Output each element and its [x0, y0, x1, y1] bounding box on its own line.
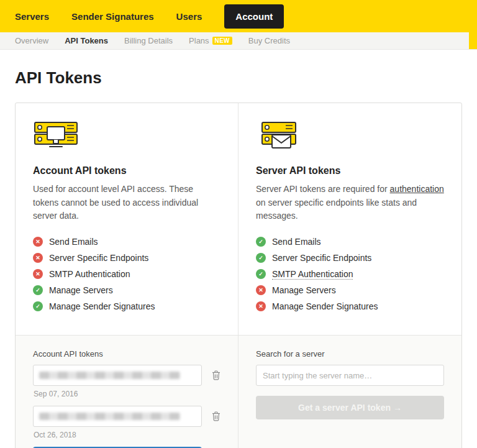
token-date: Oct 26, 2018: [34, 431, 220, 439]
feature-item: ✓ Send Emails: [256, 237, 444, 247]
account-panel-description: Used for account level API access. These…: [33, 183, 220, 223]
server-search-input[interactable]: [256, 365, 444, 386]
allow-icon: ✓: [33, 285, 43, 295]
feature-label: Server Specific Endpoints: [272, 253, 371, 263]
smtp-authentication-term[interactable]: SMTP Authentication: [272, 269, 353, 280]
feature-item: ✕ Manage Sender Signatures: [256, 301, 444, 311]
api-token-value[interactable]: [33, 365, 202, 386]
feature-item: ✕ Send Emails: [33, 237, 220, 247]
account-feature-list: ✕ Send Emails ✕ Server Specific Endpoint…: [33, 237, 220, 311]
feature-label: Manage Servers: [49, 285, 113, 295]
allow-icon: ✓: [256, 253, 266, 263]
get-server-token-button[interactable]: Get a server API token →: [256, 396, 444, 419]
feature-item: ✓ Manage Servers: [33, 285, 220, 295]
feature-label: Send Emails: [49, 237, 98, 247]
top-nav: Servers Sender Signatures Users Account: [0, 0, 477, 32]
delete-token-button[interactable]: [202, 370, 220, 380]
feature-item: ✓ Server Specific Endpoints: [256, 253, 444, 263]
allow-icon: ✓: [256, 237, 266, 247]
feature-label: Manage Sender Signatures: [272, 301, 378, 311]
account-tokens-label: Account API tokens: [33, 349, 220, 359]
deny-icon: ✕: [33, 253, 43, 263]
server-token-form: Search for a server Get a server API tok…: [238, 335, 461, 448]
feature-item: ✕ Server Specific Endpoints: [33, 253, 220, 263]
deny-icon: ✕: [256, 301, 266, 311]
api-tokens-card: Account API tokens Used for account leve…: [15, 103, 462, 448]
account-panel-heading: Account API tokens: [33, 165, 220, 176]
feature-item: ✓ Manage Sender Signatures: [33, 301, 220, 311]
new-badge: NEW: [212, 37, 232, 45]
server-panel-description: Server API tokens are required for authe…: [256, 183, 444, 223]
nav-item-sender-signatures[interactable]: Sender Signatures: [71, 11, 154, 22]
server-feature-list: ✓ Send Emails ✓ Server Specific Endpoint…: [256, 237, 444, 311]
feature-label: Send Emails: [272, 237, 321, 247]
allow-icon: ✓: [33, 301, 43, 311]
subnav-plans-label: Plans: [189, 36, 209, 45]
account-tokens-panel: Account API tokens Used for account leve…: [16, 103, 238, 335]
subnav-item-billing-details[interactable]: Billing Details: [124, 36, 173, 45]
search-server-label: Search for a server: [256, 349, 444, 359]
subnav-item-api-tokens[interactable]: API Tokens: [65, 36, 108, 45]
desc-text: on server specific endpoints like stats …: [256, 198, 417, 221]
feature-label: Manage Sender Signatures: [49, 301, 155, 311]
subnav-item-overview[interactable]: Overview: [15, 36, 48, 45]
subnav-edge-accent: [469, 32, 477, 49]
server-mail-icon: [256, 121, 444, 157]
authentication-link[interactable]: authentication: [390, 184, 444, 194]
server-tokens-panel: Server API tokens Server API tokens are …: [238, 103, 461, 335]
token-row: [33, 365, 220, 386]
account-servers-icon: [33, 121, 220, 157]
feature-label: Server Specific Endpoints: [49, 253, 148, 263]
deny-icon: ✕: [33, 237, 43, 247]
token-date: Sep 07, 2016: [34, 390, 220, 398]
desc-text: Server API tokens are required for: [256, 184, 390, 194]
subnav-item-plans[interactable]: Plans NEW: [189, 36, 232, 45]
redacted-token: [39, 413, 180, 420]
allow-icon: ✓: [256, 269, 266, 279]
server-panel-heading: Server API tokens: [256, 165, 444, 176]
nav-item-account[interactable]: Account: [224, 4, 284, 29]
feature-label: Manage Servers: [272, 285, 336, 295]
redacted-token: [39, 372, 180, 379]
nav-item-servers[interactable]: Servers: [15, 11, 49, 22]
account-tokens-list: Account API tokens Sep 07, 2016: [16, 335, 238, 448]
feature-item: ✕ SMTP Authentication: [33, 269, 220, 279]
sub-nav: Overview API Tokens Billing Details Plan…: [0, 32, 477, 50]
api-token-value[interactable]: [33, 406, 202, 427]
deny-icon: ✕: [33, 269, 43, 279]
feature-label: SMTP Authentication: [49, 269, 130, 279]
feature-item: ✕ Manage Servers: [256, 285, 444, 295]
nav-item-users[interactable]: Users: [176, 11, 202, 22]
page-title: API Tokens: [15, 68, 462, 88]
deny-icon: ✕: [256, 285, 266, 295]
token-row: [33, 406, 220, 427]
feature-item: ✓ SMTP Authentication: [256, 269, 444, 279]
delete-token-button[interactable]: [202, 411, 220, 421]
subnav-item-buy-credits[interactable]: Buy Credits: [248, 36, 290, 45]
